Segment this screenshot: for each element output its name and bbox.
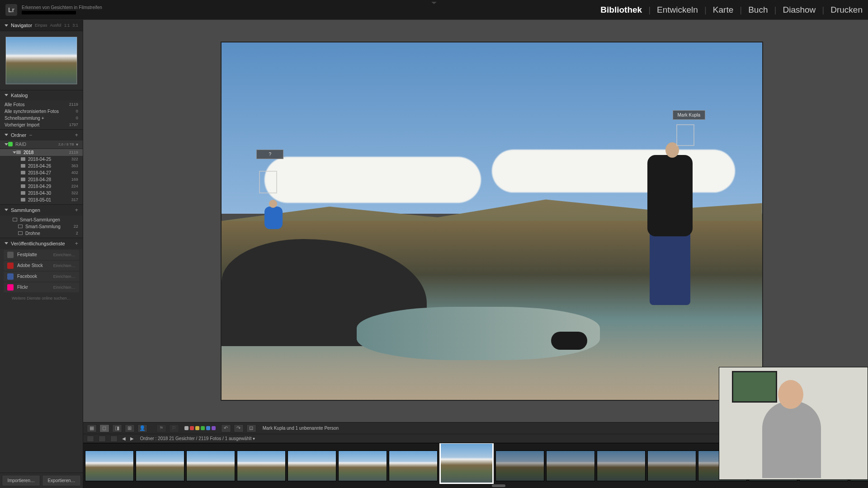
navigator-header[interactable]: Navigator Einpas Ausfül 1:1 3:1	[0, 20, 83, 31]
service-icon	[7, 263, 14, 269]
publish-row[interactable]: FestplatteEinrichten…	[4, 250, 79, 260]
filmstrip-thumb[interactable]	[288, 450, 336, 481]
catalog-row[interactable]: Schnellsammlung +0	[0, 115, 83, 122]
catalog-row[interactable]: Alle synchronisierten Fotos0	[0, 108, 83, 115]
folder-row[interactable]: 2018-04-28169	[0, 176, 83, 183]
publish-row[interactable]: FacebookEinrichten…	[4, 272, 79, 282]
minus-icon[interactable]: −	[29, 132, 32, 138]
color-label[interactable]	[212, 426, 216, 430]
chevron-down-icon	[5, 209, 8, 211]
zoom-controls[interactable]: Einpas Ausfül 1:1 3:1	[35, 23, 78, 28]
filmstrip-thumb[interactable]	[136, 450, 184, 481]
title-redacted	[22, 11, 76, 14]
setup-link[interactable]: Einrichten…	[53, 263, 75, 268]
filmstrip-thumb[interactable]	[237, 450, 286, 481]
folder-row[interactable]: 2018-04-26363	[0, 163, 83, 169]
navigator-title: Navigator	[11, 23, 32, 28]
chevron-down-icon	[5, 134, 8, 136]
folder-row[interactable]: 2018-05-01317	[0, 197, 83, 203]
navigator-thumbnail[interactable]	[5, 37, 77, 84]
nav-buch[interactable]: Buch	[748, 5, 768, 15]
setup-link[interactable]: Einrichten…	[53, 253, 75, 257]
folder-row[interactable]: 2018-04-30322	[0, 190, 83, 197]
rotate-ccw-button[interactable]: ↶	[221, 424, 231, 432]
nav-karte[interactable]: Karte	[713, 5, 733, 15]
color-label[interactable]	[206, 426, 210, 430]
catalog-row[interactable]: Vorheriger Import1797	[0, 122, 83, 128]
folder-icon	[21, 171, 25, 174]
setup-link[interactable]: Einrichten…	[53, 274, 75, 279]
plus-icon[interactable]: +	[75, 132, 78, 138]
setup-link[interactable]: Einrichten…	[53, 285, 75, 290]
color-label[interactable]	[184, 426, 189, 430]
nav-bibliothek[interactable]: Bibliothek	[600, 5, 642, 15]
folders-header[interactable]: Ordner − +	[0, 129, 83, 141]
nav-entwickeln[interactable]: Entwickeln	[657, 5, 698, 15]
grid-view-button[interactable]: ▦	[87, 424, 97, 432]
breadcrumb[interactable]: Ordner : 2018 21 Gesichter / 2119 Fotos …	[140, 436, 255, 441]
chevron-down-icon[interactable]: ▾	[76, 142, 78, 147]
flag-pick-button[interactable]: ⚑	[156, 424, 166, 432]
collection-row[interactable]: Smart-Sammlung22	[0, 223, 83, 230]
face-tag-person[interactable]: Mark Kupla	[673, 110, 706, 120]
image-area[interactable]: ? Mark Kupla	[83, 20, 868, 422]
view-grid-icon[interactable]	[110, 436, 118, 442]
collection-row[interactable]: Smart-Sammlungen	[0, 216, 83, 223]
filmstrip-thumb[interactable]	[389, 450, 438, 481]
color-labels[interactable]	[184, 426, 216, 430]
rotate-cw-button[interactable]: ↷	[234, 424, 244, 432]
filmstrip-thumb[interactable]	[439, 443, 494, 484]
plus-icon[interactable]: +	[75, 207, 78, 213]
secondary-display-2-button[interactable]	[99, 436, 106, 442]
catalog-header[interactable]: Katalog	[0, 90, 83, 100]
folder-year-row[interactable]: 2018 2119	[0, 149, 83, 156]
publish-header[interactable]: Veröffentlichungsdienste +	[0, 238, 83, 249]
filmstrip-thumb[interactable]	[647, 450, 696, 481]
face-box-person[interactable]	[676, 124, 694, 146]
collection-row[interactable]: Drohne2	[0, 230, 83, 237]
disk-row[interactable]: RAID 2,6 / 8 TB ▾	[0, 141, 83, 148]
loupe-view-button[interactable]: ◻	[99, 424, 109, 432]
top-expander-icon[interactable]	[431, 2, 437, 4]
flag-reject-button[interactable]: ⚐	[169, 424, 179, 432]
color-label[interactable]	[190, 426, 194, 430]
filmstrip-thumb[interactable]	[597, 450, 646, 481]
nav-back-icon[interactable]: ◀	[122, 436, 126, 441]
publish-row[interactable]: FlickrEinrichten…	[4, 282, 79, 292]
catalog-row[interactable]: Alle Fotos2119	[0, 101, 83, 108]
disk-icon	[8, 142, 13, 146]
face-tag-button[interactable]: ⊡	[246, 424, 256, 432]
filmstrip-thumb[interactable]	[546, 450, 595, 481]
color-label[interactable]	[195, 426, 199, 430]
filmstrip-thumb[interactable]	[495, 450, 544, 481]
collections-title: Sammlungen	[11, 207, 40, 213]
folder-row[interactable]: 2018-04-25322	[0, 156, 83, 163]
face-box-unknown[interactable]	[259, 171, 277, 193]
publish-more-link[interactable]: Weitere Dienste online suchen…	[0, 293, 83, 303]
survey-view-button[interactable]: ⊞	[125, 424, 135, 432]
filmstrip-thumb[interactable]	[338, 450, 387, 481]
export-button[interactable]: Exportieren…	[42, 475, 80, 486]
collections-header[interactable]: Sammlungen +	[0, 204, 83, 216]
nav-diashow[interactable]: Diashow	[783, 5, 816, 15]
secondary-display-button[interactable]	[87, 436, 94, 442]
nav-drucken[interactable]: Drucken	[830, 5, 863, 15]
publish-row[interactable]: Adobe StockEinrichten…	[4, 261, 79, 271]
folder-row[interactable]: 2018-04-27402	[0, 169, 83, 176]
face-tag-unknown[interactable]: ?	[256, 150, 283, 159]
folder-row[interactable]: 2018-04-29224	[0, 183, 83, 190]
nav-fwd-icon[interactable]: ▶	[130, 436, 134, 441]
main-image[interactable]: ? Mark Kupla	[221, 42, 763, 401]
webcam-overlay	[719, 367, 868, 480]
filmstrip-scrollbar[interactable]	[83, 484, 868, 487]
filmstrip-thumb[interactable]	[186, 450, 235, 481]
people-view-button[interactable]: 👤	[137, 424, 147, 432]
filmstrip-thumb[interactable]	[85, 450, 134, 481]
plus-icon[interactable]: +	[75, 240, 78, 247]
compare-view-button[interactable]: ◨	[112, 424, 122, 432]
color-label[interactable]	[201, 426, 205, 430]
module-nav: Bibliothek| Entwickeln| Karte| Buch| Dia…	[600, 5, 863, 15]
chevron-down-icon	[13, 151, 16, 154]
catalog-title: Katalog	[11, 93, 28, 98]
import-button[interactable]: Importieren…	[2, 475, 40, 486]
